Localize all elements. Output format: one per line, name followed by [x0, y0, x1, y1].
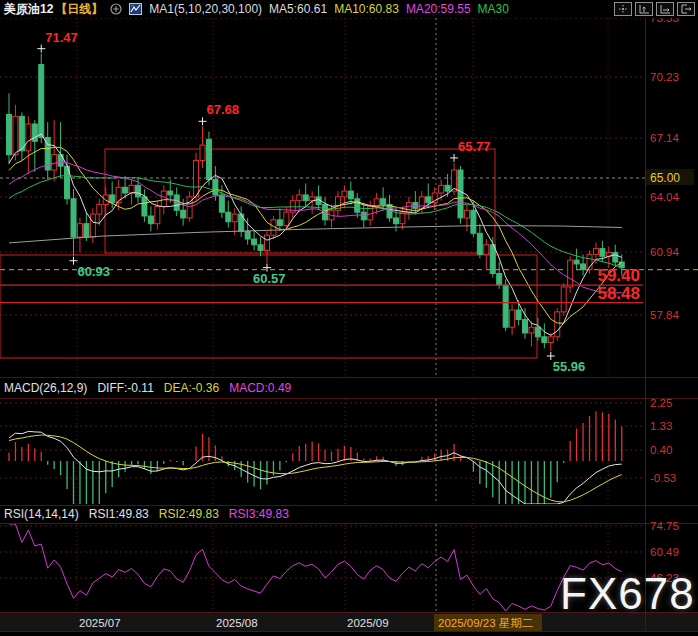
candle-body — [39, 65, 44, 138]
candle-body — [471, 210, 476, 233]
candle-body — [303, 195, 308, 201]
panel-separator — [0, 377, 698, 378]
panel-separator — [0, 505, 698, 506]
swing-price-label: 67.68 — [207, 102, 240, 117]
candle-body — [593, 249, 598, 255]
chart-header: 美原油12 【日线】 MA1(5,10,20,30,100) MA5:60.61… — [0, 0, 698, 18]
candle-body — [84, 224, 89, 237]
panel-separator — [0, 523, 698, 524]
candle-body — [613, 252, 618, 262]
ma30-value: MA30 — [478, 2, 509, 16]
macd-panel-header: MACD(26,12,9) DIFF:-0.11 DEA:-0.36 MACD:… — [4, 381, 291, 395]
chart-type-icon[interactable] — [129, 3, 142, 15]
chart-toolbar — [614, 2, 698, 16]
candle-body — [142, 197, 147, 216]
fx678-watermark: FX678 — [560, 569, 695, 619]
candle-body — [497, 274, 502, 286]
diff-line — [9, 431, 622, 504]
ma5-line — [9, 134, 622, 335]
ma5-value: MA5:60.61 — [269, 2, 327, 16]
macd-axis-label: 1.33 — [650, 420, 672, 432]
support-level-label: 58.48 — [597, 284, 640, 303]
rsi2-value: RSI2:49.83 — [159, 507, 219, 521]
price-chart-canvas[interactable]: 59.4058.4871.4760.9367.6860.5765.7755.96… — [0, 0, 698, 636]
panel-separator — [0, 398, 698, 399]
exit-chart-icon[interactable] — [677, 2, 695, 16]
candle-body — [458, 170, 463, 218]
swing-price-label: 60.93 — [78, 264, 111, 279]
crosshair-price-label: 65.00 — [650, 171, 680, 185]
axis-separator — [645, 18, 646, 632]
candle-body — [490, 245, 495, 274]
main-plot — [0, 54, 624, 358]
rsi1-value: RSI1:49.83 — [89, 507, 149, 521]
macd-macd-value: MACD:0.49 — [229, 381, 291, 395]
candle-body — [277, 220, 282, 226]
add-indicator-icon[interactable] — [110, 3, 122, 15]
candle-body — [445, 185, 450, 191]
zoom-in-axis-icon[interactable] — [635, 2, 653, 16]
swing-price-label: 55.96 — [553, 359, 586, 374]
candle-body — [548, 337, 553, 343]
candle-body — [123, 187, 128, 193]
candle-body — [265, 235, 270, 250]
ma10-value: MA10:60.83 — [334, 2, 399, 16]
candle-body — [110, 195, 115, 203]
candle-body — [574, 260, 579, 264]
candle-body — [77, 224, 82, 237]
candle-body — [13, 116, 18, 154]
trading-chart-window: 美原油12 【日线】 MA1(5,10,20,30,100) MA5:60.61… — [0, 0, 698, 636]
candle-body — [258, 245, 263, 251]
candle-body — [503, 285, 508, 327]
crosshair-tool-icon[interactable] — [614, 2, 632, 16]
candle-body — [581, 264, 586, 270]
candle-body — [213, 180, 218, 195]
time-axis-label: 2025/09 — [347, 617, 389, 629]
candle-body — [7, 114, 12, 154]
candle-body — [523, 320, 528, 333]
candle-body — [477, 233, 482, 254]
candle-body — [19, 116, 24, 151]
candle-body — [284, 212, 289, 225]
period-label[interactable]: 【日线】 — [55, 1, 103, 18]
candle-body — [568, 260, 573, 287]
macd-diff-value: DIFF:-0.11 — [97, 381, 153, 395]
price-axis-label: 67.14 — [650, 132, 679, 144]
candle-body — [374, 199, 379, 207]
candle-body — [297, 195, 302, 201]
candle-body — [361, 212, 366, 220]
candle-body — [252, 239, 257, 245]
candle-body — [129, 185, 134, 193]
swing-price-label: 60.57 — [253, 271, 286, 286]
rsi-line — [9, 524, 622, 611]
macd-axis-label: -0.53 — [650, 472, 676, 484]
candle-body — [155, 206, 160, 223]
instrument-name: 美原油12 — [4, 1, 53, 18]
candle-body — [71, 199, 76, 237]
candle-body — [97, 205, 102, 215]
candle-body — [200, 145, 205, 160]
candle-body — [348, 191, 353, 199]
price-axis-label: 70.23 — [650, 71, 679, 83]
panel-separator — [0, 631, 698, 632]
macd-dea-value: DEA:-0.36 — [164, 381, 219, 395]
dea-line — [9, 435, 622, 502]
candle-body — [426, 197, 431, 203]
zoom-out-axis-icon[interactable] — [656, 2, 674, 16]
macd-axis-label: 2.25 — [650, 397, 672, 409]
candle-body — [419, 197, 424, 209]
swing-price-label: 65.77 — [458, 139, 491, 154]
candle-body — [232, 214, 237, 222]
candle-body — [561, 287, 566, 312]
support-level-label: 59.40 — [597, 266, 640, 285]
candle-body — [194, 160, 199, 196]
candle-body — [206, 139, 211, 179]
candle-body — [90, 214, 95, 237]
candle-body — [26, 124, 31, 151]
candle-body — [394, 218, 399, 224]
candle-body — [413, 203, 418, 209]
candle-body — [542, 337, 547, 343]
rsi-plot — [9, 524, 622, 611]
rsi-title: RSI(14,14,14) — [4, 507, 79, 521]
candle-body — [529, 327, 534, 333]
